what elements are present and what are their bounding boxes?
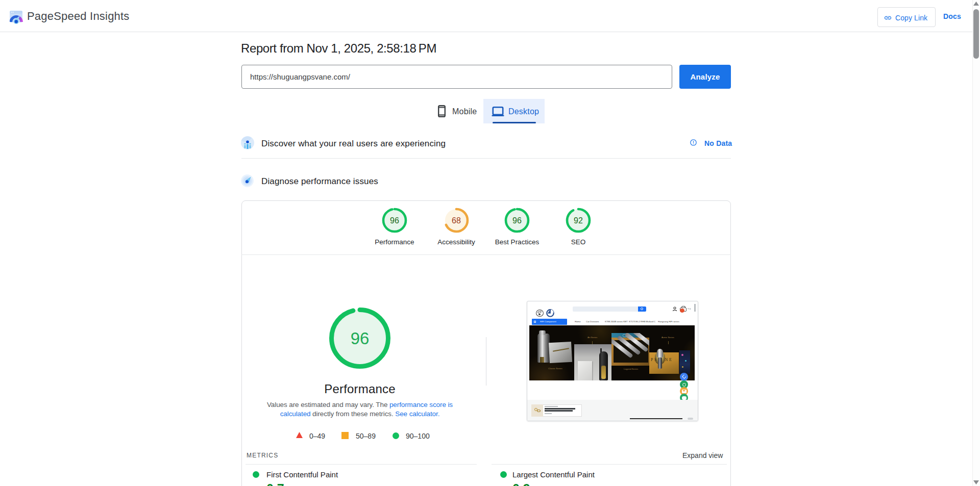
svg-text:96: 96 (390, 216, 399, 225)
svg-text:68: 68 (452, 216, 461, 225)
svg-text:96: 96 (512, 216, 522, 225)
svg-text:92: 92 (574, 216, 583, 225)
svg-text:96: 96 (351, 329, 370, 348)
